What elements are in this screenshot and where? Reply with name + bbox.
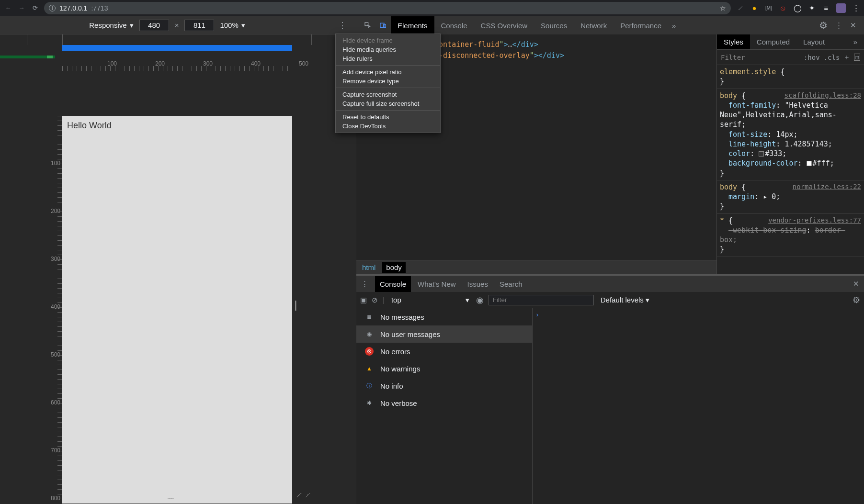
devtools-menu-icon[interactable]: ⋮ — [831, 21, 846, 30]
close-drawer-icon[interactable]: ✕ — [853, 280, 859, 288]
tab-elements[interactable]: Elements — [391, 16, 434, 34]
menu-item[interactable]: Hide rulers — [336, 54, 440, 63]
url-port: :7713 — [91, 4, 108, 12]
drawer-tabs: ⋮ Console What's New Issues Search ✕ — [356, 276, 864, 292]
console-sidebar: ≣No messages◉No user messages⊗No errors▲… — [356, 308, 533, 504]
ext-icon-2[interactable]: ● — [750, 4, 759, 12]
console-filter-input[interactable] — [489, 295, 594, 305]
site-info-icon[interactable]: i — [49, 5, 56, 11]
console-filter-row[interactable]: ⊗No errors — [356, 343, 532, 360]
menu-item[interactable]: Hide media queries — [336, 45, 440, 54]
media-queries-bar[interactable] — [0, 34, 356, 58]
console-drawer: ⋮ Console What's New Issues Search ✕ ▣ ⊘… — [356, 274, 864, 504]
console-settings-icon[interactable]: ⚙ — [853, 295, 860, 305]
inspect-element-icon[interactable] — [360, 22, 375, 29]
console-output[interactable]: › — [533, 308, 864, 504]
chrome-menu-icon[interactable]: ⋮ — [852, 4, 860, 12]
device-preview-pane: Responsive ▾ × 100% ▾ ⋮ 100 200 300 400 … — [0, 16, 356, 504]
styles-tabs: Styles Computed Layout » — [717, 34, 864, 50]
width-input[interactable] — [139, 20, 169, 31]
device-options-icon[interactable]: ⋮ — [334, 20, 351, 31]
drawer-menu-icon[interactable]: ⋮ — [361, 280, 368, 288]
cls-toggle[interactable]: .cls — [824, 54, 840, 61]
menu-item[interactable]: Add device pixel ratio — [336, 67, 440, 77]
styles-filter-bar: Filter :hov .cls ＋ ◫ — [717, 50, 864, 65]
dtab-issues[interactable]: Issues — [467, 280, 488, 288]
url-bar[interactable]: i 127.0.0.1:7713 ☆ — [44, 2, 731, 14]
extensions-icon[interactable]: ✦ — [807, 4, 816, 12]
console-filter-row[interactable]: ≣No messages — [356, 308, 532, 325]
tab-network[interactable]: Network — [574, 16, 614, 34]
ext-icon-1[interactable]: ⟋ — [736, 4, 744, 12]
toggle-console-sidebar-icon[interactable]: ▣ — [360, 296, 367, 304]
vertical-ruler: 100 200 300 400 500 600 700 800 — [46, 116, 61, 504]
height-input[interactable] — [184, 20, 214, 31]
console-filter-row[interactable]: ⓘNo info — [356, 377, 532, 394]
console-prompt-icon: › — [535, 311, 539, 318]
menu-item[interactable]: Reset to defaults — [336, 112, 440, 122]
breadcrumb-body[interactable]: body — [382, 262, 406, 273]
device-toolbar: Responsive ▾ × 100% ▾ ⋮ — [0, 16, 356, 34]
menu-item[interactable]: Close DevTools — [336, 122, 440, 131]
tab-sources[interactable]: Sources — [534, 16, 574, 34]
ext-icon-6[interactable]: ≡ — [822, 4, 830, 12]
stab-layout[interactable]: Layout — [796, 34, 831, 49]
zoom-select[interactable]: 100% ▾ — [220, 21, 245, 30]
tab-console[interactable]: Console — [434, 16, 474, 34]
console-context-select[interactable]: top▾ — [389, 295, 471, 305]
new-style-rule-icon[interactable]: ＋ — [843, 53, 850, 62]
resize-handle-horizontal-icon[interactable]: || — [294, 299, 295, 311]
user-icon: ◉ — [365, 330, 374, 338]
styles-filter-input[interactable]: Filter — [721, 54, 800, 61]
console-filter-row[interactable]: ▲No warnings — [356, 360, 532, 377]
stab-computed[interactable]: Computed — [750, 34, 796, 49]
browser-toolbar: ← → ⟳ i 127.0.0.1:7713 ☆ ⟋ ● [M] ⦸ ◯ ✦ ≡… — [0, 0, 864, 16]
ext-icon-4[interactable]: ⦸ — [779, 4, 787, 12]
stab-styles[interactable]: Styles — [717, 34, 750, 49]
back-icon[interactable]: ← — [4, 4, 12, 12]
styles-pane-icon[interactable]: ◫ — [854, 54, 860, 61]
forward-icon[interactable]: → — [17, 4, 26, 12]
live-expression-icon[interactable]: ◉ — [476, 295, 484, 305]
page-content: Hello World — [67, 121, 112, 130]
toggle-device-icon[interactable] — [375, 22, 391, 29]
url-host: 127.0.0.1 — [59, 4, 87, 12]
bookmark-star-icon[interactable]: ☆ — [720, 4, 726, 12]
console-filter-row[interactable]: ◉No user messages — [356, 325, 532, 343]
device-select[interactable]: Responsive ▾ — [89, 21, 133, 30]
dtab-console[interactable]: Console — [375, 276, 411, 292]
more-tabs-icon[interactable]: » — [668, 22, 680, 30]
ext-icon-5[interactable]: ◯ — [793, 4, 802, 12]
console-toolbar: ▣ ⊘ | top▾ ◉ Default levels ▾ ⚙ — [356, 292, 864, 308]
log-levels-select[interactable]: Default levels ▾ — [599, 295, 651, 305]
close-devtools-icon[interactable]: ✕ — [846, 21, 860, 30]
media-query-max-icon[interactable] — [62, 45, 292, 51]
dtab-whatsnew[interactable]: What's New — [418, 280, 456, 288]
settings-gear-icon[interactable]: ⚙ — [815, 20, 831, 31]
dimension-separator: × — [175, 21, 179, 29]
clear-console-icon[interactable]: ⊘ — [372, 296, 378, 304]
resize-handle-vertical-icon[interactable]: ━━━ — [168, 497, 173, 501]
styles-pane: Styles Computed Layout » Filter :hov .cl… — [716, 34, 864, 274]
bug-icon: ✱ — [365, 399, 374, 407]
menu-item[interactable]: Capture screenshot — [336, 90, 440, 99]
breadcrumb-html[interactable]: html — [362, 263, 375, 271]
dom-breadcrumb: html body — [356, 260, 716, 274]
list-icon: ≣ — [365, 313, 374, 321]
profile-avatar-icon[interactable] — [836, 3, 846, 13]
more-styles-tabs-icon[interactable]: » — [847, 34, 864, 49]
reload-icon[interactable]: ⟳ — [31, 4, 39, 12]
menu-item[interactable]: Remove device type — [336, 77, 440, 86]
menu-item[interactable]: Capture full size screenshot — [336, 99, 440, 108]
ext-icon-3[interactable]: [M] — [764, 4, 773, 12]
dtab-search[interactable]: Search — [500, 280, 523, 288]
console-filter-row[interactable]: ✱No verbose — [356, 394, 532, 412]
hov-toggle[interactable]: :hov — [804, 54, 820, 61]
tab-css-overview[interactable]: CSS Overview — [474, 16, 534, 34]
resize-handle-corner-icon[interactable]: ⟋⟋ — [295, 490, 312, 500]
info-icon: ⓘ — [365, 381, 374, 390]
styles-rules[interactable]: element.style {}scaffolding.less:28body … — [717, 65, 864, 274]
page-viewport[interactable]: Hello World — [62, 116, 292, 504]
error-icon: ⊗ — [365, 347, 374, 356]
tab-performance[interactable]: Performance — [614, 16, 668, 34]
